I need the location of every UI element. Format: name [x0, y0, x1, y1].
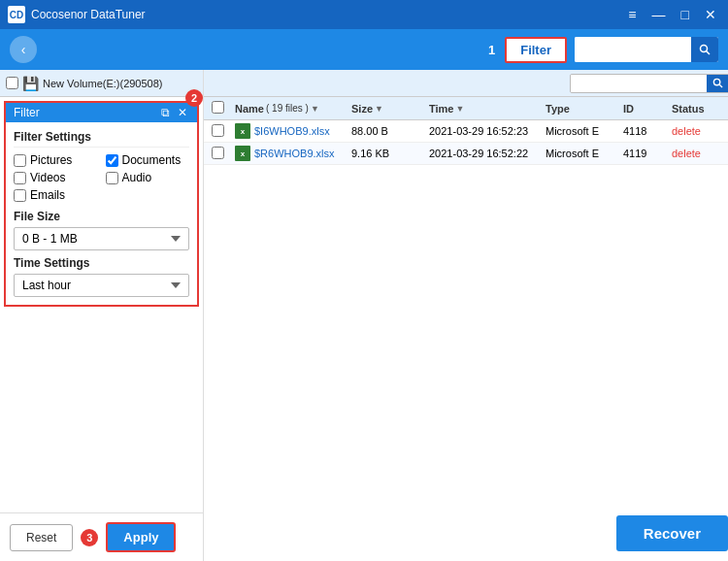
- select-all-checkbox[interactable]: [212, 101, 224, 114]
- file-icon-2: x: [235, 146, 250, 161]
- right-search-input[interactable]: [571, 75, 707, 92]
- row-2-time: 2021-03-29 16:52:22: [429, 148, 546, 159]
- documents-label: Documents: [122, 153, 182, 167]
- row-1-status: delete: [672, 125, 728, 137]
- row-1-name: x $I6WHOB9.xlsx: [235, 123, 351, 139]
- right-search-box: [570, 74, 728, 93]
- title-bar: CD Cocosenor DataTuner ≡ — □ ✕: [0, 0, 728, 29]
- audio-checkbox[interactable]: [106, 172, 118, 184]
- audio-checkbox-item[interactable]: Audio: [106, 171, 190, 184]
- menu-button[interactable]: ≡: [624, 8, 640, 21]
- documents-checkbox[interactable]: [106, 154, 118, 167]
- filter-panel-restore-button[interactable]: ⧉: [159, 106, 172, 119]
- filter-checkboxes: Pictures Documents Videos Audio: [14, 153, 189, 202]
- header-check: [212, 101, 235, 116]
- row-1-type: Microsoft E: [546, 125, 623, 137]
- app-title: Cocosenor DataTuner: [31, 8, 624, 21]
- emails-label: Emails: [30, 188, 65, 202]
- recover-button[interactable]: Recover: [616, 515, 728, 551]
- filter-panel-title: Filter: [14, 106, 40, 119]
- svg-point-0: [701, 46, 708, 52]
- left-panel: 💾 New Volume(E:)(290508) 2 Filter ⧉ ✕ Fi…: [0, 70, 204, 561]
- reset-button[interactable]: Reset: [10, 524, 73, 551]
- row-1-time: 2021-03-29 16:52:23: [429, 125, 546, 137]
- right-panel: Name ( 19 files ) ▼ Size ▼ Time ▼ Type I…: [204, 70, 728, 561]
- row-checkbox-1[interactable]: [212, 124, 235, 139]
- pictures-label: Pictures: [30, 153, 72, 167]
- audio-label: Audio: [122, 171, 152, 184]
- row-1-checkbox[interactable]: [212, 124, 224, 137]
- row-2-status: delete: [672, 148, 728, 159]
- svg-line-3: [719, 84, 722, 87]
- header-status: Status: [672, 103, 728, 115]
- row-1-id: 4118: [623, 125, 672, 137]
- row-2-size: 9.16 KB: [351, 148, 429, 159]
- row-2-id: 4119: [623, 148, 672, 159]
- main-toolbar: ‹ 1 Filter: [0, 29, 728, 70]
- app-icon: CD: [8, 6, 25, 23]
- pictures-checkbox-item[interactable]: Pictures: [14, 153, 98, 167]
- close-button[interactable]: ✕: [701, 8, 720, 21]
- table-row[interactable]: x $I6WHOB9.xlsx 88.00 B 2021-03-29 16:52…: [204, 120, 728, 143]
- file-count: ( 19 files ): [266, 103, 309, 114]
- filter-settings-title: Filter Settings: [14, 130, 189, 148]
- documents-checkbox-item[interactable]: Documents: [106, 153, 190, 167]
- drive-icon: 💾: [22, 76, 39, 91]
- videos-checkbox[interactable]: [14, 172, 26, 184]
- maximize-button[interactable]: □: [678, 8, 693, 21]
- name-sort-icon: ▼: [311, 104, 319, 114]
- svg-point-2: [713, 79, 719, 84]
- header-time: Time ▼: [429, 103, 546, 115]
- annotation-3: 3: [81, 529, 98, 546]
- filter-panel: Filter ⧉ ✕ Filter Settings Pictures Docu…: [4, 101, 199, 307]
- filter-panel-header: Filter ⧉ ✕: [6, 103, 197, 122]
- header-size: Size ▼: [351, 103, 429, 115]
- pictures-checkbox[interactable]: [14, 154, 26, 167]
- annotation-2: 2: [185, 89, 203, 107]
- row-checkbox-2[interactable]: [212, 147, 235, 161]
- table-row[interactable]: x $R6WHOB9.xlsx 9.16 KB 2021-03-29 16:52…: [204, 143, 728, 165]
- row-1-size: 88.00 B: [351, 125, 429, 137]
- content-area: 💾 New Volume(E:)(290508) 2 Filter ⧉ ✕ Fi…: [0, 70, 728, 561]
- file-table: Name ( 19 files ) ▼ Size ▼ Time ▼ Type I…: [204, 97, 728, 561]
- volume-checkbox[interactable]: [6, 77, 18, 89]
- time-settings-label: Time Settings: [14, 256, 189, 270]
- left-bottom-bar: Reset 3 Apply: [0, 512, 203, 561]
- annotation-1: 1: [488, 43, 495, 57]
- file-icon-1: x: [235, 123, 250, 139]
- table-header: Name ( 19 files ) ▼ Size ▼ Time ▼ Type I…: [204, 97, 728, 120]
- volume-label: New Volume(E:)(290508): [43, 78, 163, 89]
- filesize-select[interactable]: 0 B - 1 MB 1 MB - 10 MB 10 MB - 100 MB 1…: [14, 227, 189, 250]
- row-2-name: x $R6WHOB9.xlsx: [235, 146, 351, 161]
- time-sort-icon: ▼: [455, 104, 464, 114]
- row-2-checkbox[interactable]: [212, 147, 224, 159]
- emails-checkbox-item[interactable]: Emails: [14, 188, 98, 202]
- emails-checkbox[interactable]: [14, 189, 26, 202]
- videos-label: Videos: [30, 171, 65, 184]
- apply-button[interactable]: Apply: [106, 522, 176, 552]
- volume-row: 💾 New Volume(E:)(290508): [0, 70, 203, 97]
- back-button[interactable]: ‹: [10, 36, 37, 63]
- header-type: Type: [546, 103, 623, 115]
- right-toolbar: [204, 70, 728, 97]
- filesize-label: File Size: [14, 210, 189, 223]
- window-controls: ≡ — □ ✕: [624, 8, 720, 21]
- row-2-type: Microsoft E: [546, 148, 623, 159]
- header-id: ID: [623, 103, 672, 115]
- toolbar-search-input[interactable]: [575, 37, 691, 62]
- header-name: Name ( 19 files ) ▼: [235, 103, 351, 115]
- time-settings-select[interactable]: Last hour Last day Last week Last month …: [14, 274, 189, 297]
- filter-button[interactable]: Filter: [505, 37, 567, 63]
- filter-panel-close-button[interactable]: ✕: [176, 106, 189, 119]
- videos-checkbox-item[interactable]: Videos: [14, 171, 98, 184]
- toolbar-search-box: [575, 37, 718, 62]
- filter-panel-header-buttons: ⧉ ✕: [159, 106, 189, 119]
- toolbar-search-button[interactable]: [691, 37, 718, 62]
- svg-line-1: [707, 51, 711, 55]
- minimize-button[interactable]: —: [648, 8, 670, 21]
- size-sort-icon: ▼: [375, 104, 383, 114]
- right-search-button[interactable]: [707, 75, 728, 92]
